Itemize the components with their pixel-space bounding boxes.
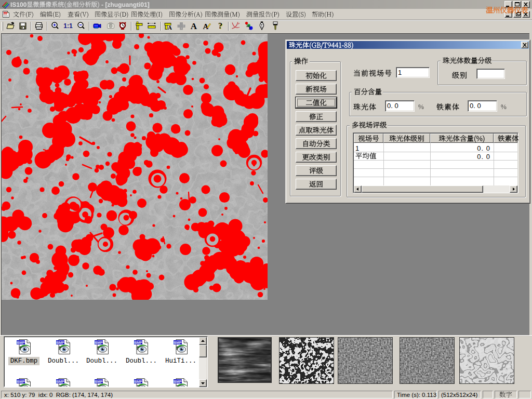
svg-text:DOC: DOC xyxy=(3,12,8,15)
svg-text:BMP: BMP xyxy=(174,341,182,344)
svg-text:BMP: BMP xyxy=(56,380,64,383)
svg-text:BMP: BMP xyxy=(95,380,103,383)
svg-text:BMP: BMP xyxy=(134,341,142,344)
svg-text:1:1: 1:1 xyxy=(63,22,73,30)
svg-text:3: 3 xyxy=(249,26,251,30)
svg-text:BMP: BMP xyxy=(56,341,64,344)
svg-text:BMP: BMP xyxy=(95,341,103,344)
svg-text:BMP: BMP xyxy=(174,380,182,383)
svg-text:A: A xyxy=(168,24,172,31)
svg-text:BMP: BMP xyxy=(17,380,25,383)
svg-text:BMP: BMP xyxy=(17,341,25,344)
svg-text:A: A xyxy=(191,21,197,31)
svg-text:BMP: BMP xyxy=(134,380,142,383)
svg-text:?: ? xyxy=(218,21,222,30)
